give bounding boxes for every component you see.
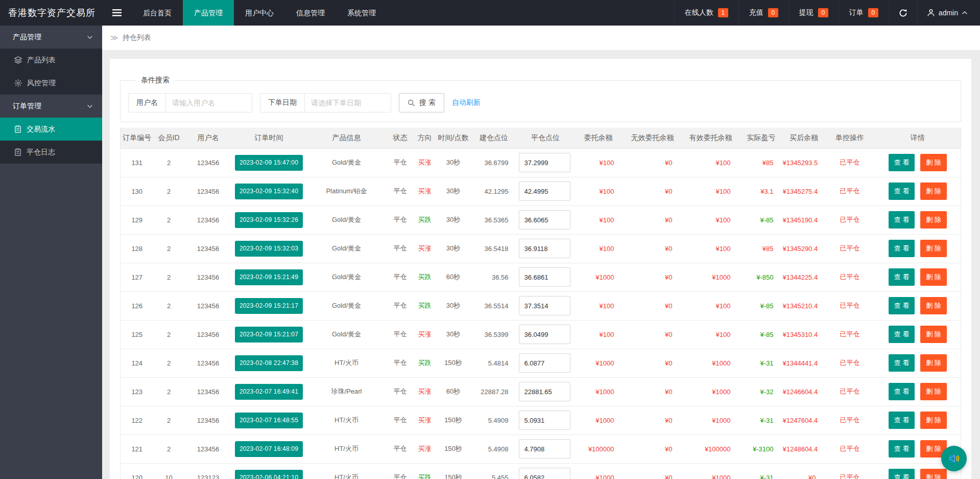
close-point-input[interactable] xyxy=(519,325,570,344)
cell-product: Gold/黄金 xyxy=(306,320,388,349)
cell-entrust-balance: ¥100 xyxy=(573,320,624,349)
close-point-input[interactable] xyxy=(519,439,570,459)
cell-actions: 查 看 删 除 xyxy=(875,148,961,177)
order-time-badge[interactable]: 2023-02-06 04:21:10 xyxy=(235,470,303,479)
cell-entrust-balance: ¥1000 xyxy=(573,349,624,377)
order-time-badge[interactable]: 2023-02-07 16:48:09 xyxy=(235,441,303,457)
user-icon xyxy=(927,9,935,17)
order-time-badge[interactable]: 2023-02-09 15:21:17 xyxy=(235,298,303,314)
order-time-badge[interactable]: 2023-02-09 15:21:49 xyxy=(235,269,303,285)
sidebar-group-orders[interactable]: 订单管理 xyxy=(0,95,102,118)
username-input[interactable] xyxy=(166,94,252,112)
nav-item-dashboard[interactable]: 后台首页 xyxy=(132,0,183,26)
cell-duration: 30秒 xyxy=(437,291,470,320)
view-button[interactable]: 查 看 xyxy=(889,412,915,429)
nav-item-products[interactable]: 产品管理 xyxy=(183,0,234,26)
view-button[interactable]: 查 看 xyxy=(889,354,915,372)
close-point-input[interactable] xyxy=(519,468,570,479)
cell-control-status: 已平仓 xyxy=(825,148,875,177)
order-time-badge[interactable]: 2023-02-08 22:47:38 xyxy=(235,355,303,371)
positions-table: 订单编号会员ID用户名订单时间产品信息状态方向时间/点数建仓点位平仓点位委托余额… xyxy=(120,128,961,479)
view-button[interactable]: 查 看 xyxy=(889,326,915,343)
view-button[interactable]: 查 看 xyxy=(889,211,915,229)
sidebar-item-product-list[interactable]: 产品列表 xyxy=(0,49,102,72)
delete-button[interactable]: 删 除 xyxy=(920,326,947,343)
order-time-badge[interactable]: 2023-02-09 15:32:03 xyxy=(235,241,303,257)
close-point-input[interactable] xyxy=(519,410,570,430)
view-button[interactable]: 查 看 xyxy=(889,383,915,400)
stat-online-users[interactable]: 在线人数 1 xyxy=(674,0,738,26)
cell-direction: 买跌 xyxy=(413,263,437,291)
app-title: 香港数字资产交易所 xyxy=(0,0,102,26)
delete-button[interactable]: 删 除 xyxy=(920,412,947,429)
view-button[interactable]: 查 看 xyxy=(889,183,915,200)
cell-profit: ¥-85 xyxy=(740,320,783,349)
close-point-input[interactable] xyxy=(519,353,570,373)
cell-open-point: 5.4909 xyxy=(470,406,518,435)
delete-button[interactable]: 删 除 xyxy=(920,354,947,372)
user-menu[interactable]: admin xyxy=(917,0,980,26)
cell-invalid-entrust: ¥0 xyxy=(624,206,682,234)
close-point-input[interactable] xyxy=(519,181,570,201)
cell-invalid-entrust: ¥0 xyxy=(624,406,682,435)
nav-item-info[interactable]: 信息管理 xyxy=(285,0,336,26)
order-time-badge[interactable]: 2023-02-09 15:47:00 xyxy=(235,155,303,171)
cell-actions: 查 看 删 除 xyxy=(875,234,961,263)
view-button[interactable]: 查 看 xyxy=(889,297,915,314)
view-button[interactable]: 查 看 xyxy=(889,268,915,286)
order-time-badge[interactable]: 2023-02-09 15:32:26 xyxy=(235,212,303,228)
stat-withdraw-label: 提现 xyxy=(799,8,814,17)
order-date-input[interactable] xyxy=(305,94,391,112)
delete-button[interactable]: 删 除 xyxy=(920,240,947,257)
auto-refresh-link[interactable]: 自动刷新 xyxy=(452,98,481,107)
delete-button[interactable]: 删 除 xyxy=(920,383,947,400)
table-row: 127 2 123456 2023-02-09 15:21:49 Gold/黄金… xyxy=(121,263,961,291)
cell-member-id: 2 xyxy=(154,177,184,206)
delete-button[interactable]: 删 除 xyxy=(920,211,947,229)
view-button[interactable]: 查 看 xyxy=(889,154,915,171)
sidebar-item-close-log-label: 平仓日志 xyxy=(27,148,55,157)
cell-entrust-balance: ¥100000 xyxy=(573,435,624,463)
cell-direction: 买跌 xyxy=(413,291,437,320)
announcement-float-button[interactable] xyxy=(941,446,967,471)
sidebar-group-products[interactable]: 产品管理 xyxy=(0,26,102,49)
close-point-input[interactable] xyxy=(519,210,570,230)
delete-button[interactable]: 删 除 xyxy=(920,297,947,314)
order-time-badge[interactable]: 2023-02-07 16:49:41 xyxy=(235,384,303,400)
main-content: 条件搜索 用户名 下单日期 搜 索 自动刷新 xyxy=(102,50,980,479)
hamburger-menu-button[interactable] xyxy=(102,0,132,26)
sidebar-item-trade-flow[interactable]: 交易流水 xyxy=(0,118,102,141)
delete-button[interactable]: 删 除 xyxy=(920,183,947,200)
cell-profit: ¥-850 xyxy=(740,263,783,291)
order-time-badge[interactable]: 2023-02-09 15:32:40 xyxy=(235,184,303,199)
order-time-badge[interactable]: 2023-02-07 16:48:55 xyxy=(235,413,303,428)
view-button[interactable]: 查 看 xyxy=(889,469,915,479)
sidebar-item-risk-control[interactable]: 风控管理 xyxy=(0,72,102,95)
stat-deposits[interactable]: 充值 0 xyxy=(738,0,788,26)
online-count-badge: 1 xyxy=(718,8,728,17)
cell-control-status: 已平仓 xyxy=(825,435,875,463)
delete-button[interactable]: 删 除 xyxy=(920,268,947,286)
sidebar-item-close-log[interactable]: 平仓日志 xyxy=(0,141,102,164)
column-header-8: 时间/点数 xyxy=(437,128,470,148)
stat-withdrawals[interactable]: 提现 0 xyxy=(788,0,839,26)
close-point-input[interactable] xyxy=(519,239,570,258)
order-time-badge[interactable]: 2023-02-09 15:21:07 xyxy=(235,327,303,343)
view-button[interactable]: 查 看 xyxy=(889,240,915,257)
cell-profit: ¥-32 xyxy=(740,377,783,406)
delete-button[interactable]: 删 除 xyxy=(920,154,947,171)
close-point-input[interactable] xyxy=(519,382,570,401)
nav-item-system[interactable]: 系统管理 xyxy=(336,0,387,26)
cell-direction: 买涨 xyxy=(413,234,437,263)
stat-orders[interactable]: 订单 0 xyxy=(839,0,889,26)
close-point-input[interactable] xyxy=(519,267,570,287)
refresh-button[interactable] xyxy=(889,0,917,26)
view-button[interactable]: 查 看 xyxy=(889,440,915,458)
search-button[interactable]: 搜 索 xyxy=(399,93,444,112)
close-point-input[interactable] xyxy=(519,296,570,315)
nav-item-users[interactable]: 用户中心 xyxy=(234,0,285,26)
search-panel-legend: 条件搜索 xyxy=(136,76,175,85)
delete-button[interactable]: 删 除 xyxy=(920,469,947,479)
cell-invalid-entrust: ¥0 xyxy=(624,291,682,320)
close-point-input[interactable] xyxy=(519,153,570,172)
